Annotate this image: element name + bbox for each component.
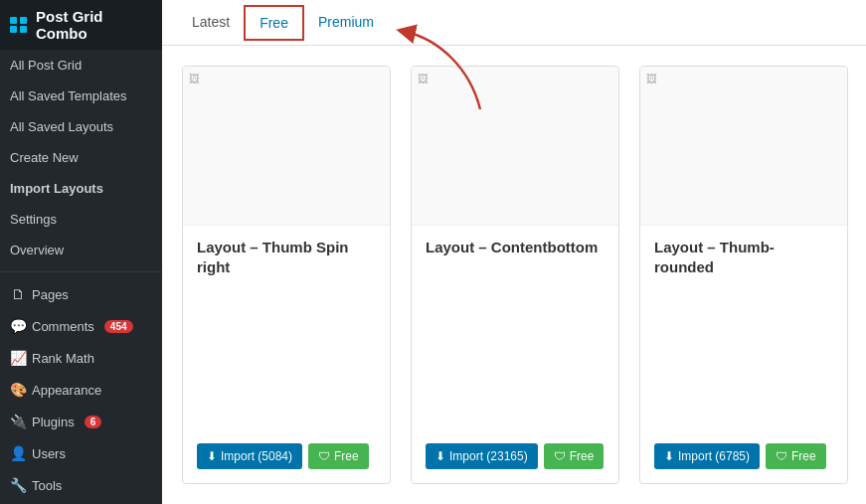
sidebar-item-comments[interactable]: 💬 Comments 454 xyxy=(0,310,162,342)
sidebar-item-users[interactable]: 👤 Users xyxy=(0,437,162,469)
card-1-body: Layout – Thumb Spin right xyxy=(183,226,390,443)
card-1-actions: ⬇ Import (5084) 🛡 Free xyxy=(183,443,390,483)
plugin-menu: All Post Grid All Saved Templates All Sa… xyxy=(0,50,162,265)
main-content: Latest Free Premium 🖼 xyxy=(162,0,866,504)
download-icon: ⬇ xyxy=(664,449,674,463)
card-1-image: 🖼 xyxy=(183,67,390,226)
card-contentbottom: 🖼 Layout – Contentbottom ⬇ Import (23165… xyxy=(411,66,619,484)
sidebar: Post Grid Combo All Post Grid All Saved … xyxy=(0,0,162,504)
tools-icon: 🔧 xyxy=(10,477,26,493)
tabs-section: Latest Free Premium xyxy=(162,0,866,46)
card-3-import-button[interactable]: ⬇ Import (6785) xyxy=(654,443,760,469)
plugins-label: Plugins xyxy=(32,415,75,429)
shield-icon: 🛡 xyxy=(554,449,566,463)
sidebar-item-settings[interactable]: Settings xyxy=(0,204,162,235)
import-layouts-label: Import Layouts xyxy=(10,181,103,196)
plugins-icon: 🔌 xyxy=(10,414,26,429)
comments-icon: 💬 xyxy=(10,318,26,334)
sidebar-item-tools[interactable]: 🔧 Tools xyxy=(0,469,162,501)
appearance-label: Appearance xyxy=(32,383,101,398)
download-icon: ⬇ xyxy=(435,449,445,463)
download-icon: ⬇ xyxy=(207,449,217,463)
settings-label: Settings xyxy=(10,212,57,227)
all-post-grid-label: All Post Grid xyxy=(10,58,82,73)
card-thumb-spin: 🖼 Layout – Thumb Spin right ⬇ Import (50… xyxy=(182,66,391,484)
comments-badge: 454 xyxy=(104,320,133,333)
card-1-import-button[interactable]: ⬇ Import (5084) xyxy=(197,443,302,469)
all-saved-layouts-label: All Saved Layouts xyxy=(10,119,113,134)
sidebar-header: Post Grid Combo xyxy=(0,0,162,50)
all-saved-templates-label: All Saved Templates xyxy=(10,88,127,103)
card-2-title: Layout – Contentbottom xyxy=(426,238,605,257)
tabs-bar: Latest Free Premium xyxy=(162,0,866,46)
users-label: Users xyxy=(32,446,66,461)
tools-label: Tools xyxy=(32,478,62,493)
pages-icon: 🗋 xyxy=(10,286,26,302)
card-1-free-button[interactable]: 🛡 Free xyxy=(308,443,369,469)
sidebar-item-pages[interactable]: 🗋 Pages xyxy=(0,278,162,310)
cards-grid: 🖼 Layout – Thumb Spin right ⬇ Import (50… xyxy=(162,46,866,504)
card-2-free-button[interactable]: 🛡 Free xyxy=(544,443,605,469)
sidebar-item-rank-math[interactable]: 📈 Rank Math xyxy=(0,342,162,374)
pages-label: Pages xyxy=(32,287,69,302)
card-2-import-button[interactable]: ⬇ Import (23165) xyxy=(426,443,538,469)
users-icon: 👤 xyxy=(10,445,26,461)
sidebar-item-plugins[interactable]: 🔌 Plugins 6 xyxy=(0,406,162,437)
sidebar-item-all-saved-templates[interactable]: All Saved Templates xyxy=(0,81,162,111)
card-3-title: Layout – Thumb-rounded xyxy=(654,238,833,276)
card-3-body: Layout – Thumb-rounded xyxy=(640,226,847,443)
comments-label: Comments xyxy=(32,319,94,334)
sidebar-item-create-new[interactable]: Create New xyxy=(0,142,162,173)
tab-premium[interactable]: Premium xyxy=(304,2,388,45)
card-3-free-button[interactable]: 🛡 Free xyxy=(766,443,826,469)
grid-icon xyxy=(10,17,28,33)
wp-menu: 🗋 Pages 💬 Comments 454 📈 Rank Math 🎨 App… xyxy=(0,278,162,501)
sidebar-item-all-post-grid[interactable]: All Post Grid xyxy=(0,50,162,81)
shield-icon: 🛡 xyxy=(318,449,330,463)
card-1-title: Layout – Thumb Spin right xyxy=(197,238,376,276)
tab-free[interactable]: Free xyxy=(244,5,304,41)
overview-label: Overview xyxy=(10,243,64,257)
sidebar-item-all-saved-layouts[interactable]: All Saved Layouts xyxy=(0,111,162,142)
card-2-body: Layout – Contentbottom xyxy=(412,226,618,443)
card-thumb-rounded: 🖼 Layout – Thumb-rounded ⬇ Import (6785)… xyxy=(639,66,848,484)
rank-math-icon: 📈 xyxy=(10,350,26,366)
card-3-actions: ⬇ Import (6785) 🛡 Free xyxy=(640,443,847,483)
plugins-badge: 6 xyxy=(85,416,102,428)
shield-icon: 🛡 xyxy=(776,449,787,463)
rank-math-label: Rank Math xyxy=(32,351,94,366)
sidebar-item-import-layouts[interactable]: Import Layouts xyxy=(0,173,162,204)
sidebar-title: Post Grid Combo xyxy=(36,8,152,42)
create-new-label: Create New xyxy=(10,150,79,165)
card-2-actions: ⬇ Import (23165) 🛡 Free xyxy=(412,443,618,483)
card-3-image: 🖼 xyxy=(640,67,847,226)
card-2-image: 🖼 xyxy=(412,67,618,226)
sidebar-item-appearance[interactable]: 🎨 Appearance xyxy=(0,374,162,406)
appearance-icon: 🎨 xyxy=(10,382,26,398)
sidebar-item-overview[interactable]: Overview xyxy=(0,235,162,265)
tab-latest[interactable]: Latest xyxy=(178,2,244,45)
